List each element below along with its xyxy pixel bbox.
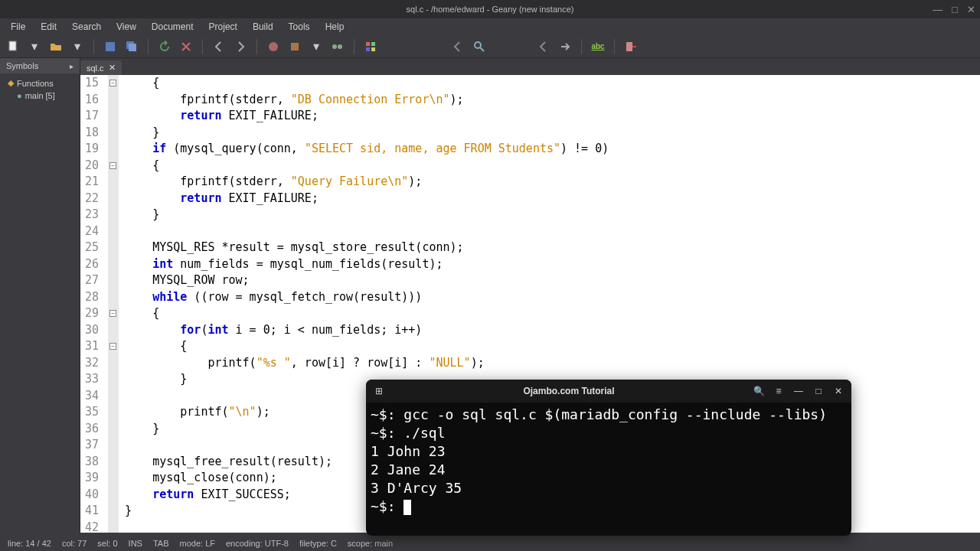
build-icon[interactable] xyxy=(286,38,303,55)
menu-help[interactable]: Help xyxy=(319,20,351,34)
status-mode: mode: LF xyxy=(180,539,215,548)
menubar: FileEditSearchViewDocumentProjectBuildTo… xyxy=(0,18,980,35)
maximize-icon[interactable]: □ xyxy=(952,4,958,15)
svg-rect-1 xyxy=(106,42,115,51)
back-icon[interactable] xyxy=(211,38,227,55)
open-file-icon[interactable] xyxy=(47,38,64,55)
toolbar: ▾ ▾ ▾ abc xyxy=(0,35,980,58)
status-sel: sel: 0 xyxy=(97,539,117,548)
menu-icon[interactable]: ≡ xyxy=(772,384,786,398)
status-line: line: 14 / 42 xyxy=(8,539,51,548)
fold-column[interactable]: −−−− xyxy=(108,75,119,533)
fold-marker[interactable]: − xyxy=(109,80,116,86)
close-icon[interactable]: ✕ xyxy=(967,4,975,15)
terminal-title: Ojambo.com Tutorial xyxy=(392,386,746,396)
run-icon[interactable] xyxy=(329,38,346,55)
svg-point-7 xyxy=(338,44,342,49)
close-file-icon[interactable] xyxy=(178,38,194,55)
menu-view[interactable]: View xyxy=(110,20,142,34)
terminal-header[interactable]: ⊞ Ojambo.com Tutorial 🔍 ≡ — □ ✕ xyxy=(366,380,851,403)
menu-tools[interactable]: Tools xyxy=(283,20,316,34)
svg-point-6 xyxy=(332,44,337,49)
line-number-gutter: 1516171819202122232425262728293031323334… xyxy=(80,75,108,533)
save-icon[interactable] xyxy=(102,38,119,55)
svg-rect-11 xyxy=(371,47,375,51)
statusbar: line: 14 / 42 col: 77 sel: 0 INS TAB mod… xyxy=(0,536,980,551)
sidebar-tab-label: Symbols xyxy=(6,61,38,70)
tree-item-main[interactable]: ● main [5] xyxy=(0,90,80,102)
window-title: sql.c - /home/edward - Geany (new instan… xyxy=(407,5,574,14)
tree-item-functions[interactable]: ◆ Functions xyxy=(0,77,80,90)
goto-icon[interactable] xyxy=(557,38,573,55)
tree-label: Functions xyxy=(17,79,54,88)
svg-rect-0 xyxy=(9,41,16,51)
terminal-window[interactable]: ⊞ Ojambo.com Tutorial 🔍 ≡ — □ ✕ ~$: gcc … xyxy=(366,380,851,536)
function-icon: ● xyxy=(17,91,22,100)
svg-rect-13 xyxy=(626,42,632,51)
svg-rect-9 xyxy=(371,42,375,46)
status-ins: INS xyxy=(129,539,142,548)
status-scope: scope: main xyxy=(348,539,393,548)
dropdown-icon[interactable]: ▾ xyxy=(69,38,86,55)
menu-build[interactable]: Build xyxy=(247,20,279,34)
svg-rect-8 xyxy=(366,42,370,46)
goto-back-icon[interactable] xyxy=(535,38,552,55)
function-group-icon: ◆ xyxy=(8,78,14,88)
minimize-icon[interactable]: — xyxy=(792,384,805,398)
status-filetype: filetype: C xyxy=(299,539,337,548)
window-titlebar: sql.c - /home/edward - Geany (new instan… xyxy=(0,0,980,18)
file-tab-label: sql.c xyxy=(87,64,104,73)
dropdown-icon[interactable]: ▾ xyxy=(308,38,325,55)
search-icon[interactable]: 🔍 xyxy=(752,384,766,398)
status-col: col: 77 xyxy=(62,539,87,548)
maximize-icon[interactable]: □ xyxy=(812,384,825,398)
save-all-icon[interactable] xyxy=(123,38,140,55)
sidebar: Symbols ▸ ◆ Functions ● main [5] xyxy=(0,58,80,533)
tree-label: main [5] xyxy=(25,91,55,100)
close-icon[interactable]: ✕ xyxy=(831,384,845,398)
menu-document[interactable]: Document xyxy=(145,20,200,34)
file-tab[interactable]: sql.c ✕ xyxy=(80,60,122,75)
minimize-icon[interactable]: — xyxy=(933,4,942,15)
svg-rect-10 xyxy=(366,47,370,51)
menu-project[interactable]: Project xyxy=(203,20,243,34)
compile-icon[interactable] xyxy=(265,38,282,55)
menu-search[interactable]: Search xyxy=(66,20,107,34)
svg-rect-5 xyxy=(291,43,299,51)
quit-icon[interactable] xyxy=(622,38,639,55)
tab-strip: sql.c ✕ xyxy=(80,58,980,75)
fold-marker[interactable]: − xyxy=(109,343,116,350)
new-tab-icon[interactable]: ⊞ xyxy=(372,384,386,398)
forward-icon[interactable] xyxy=(232,38,249,55)
sidebar-tab-symbols[interactable]: Symbols ▸ xyxy=(0,58,80,73)
terminal-body[interactable]: ~$: gcc -o sql sql.c $(mariadb_config --… xyxy=(366,403,851,536)
svg-point-4 xyxy=(269,42,278,51)
menu-file[interactable]: File xyxy=(5,20,31,34)
close-tab-icon[interactable]: ✕ xyxy=(109,63,116,73)
fold-marker[interactable]: − xyxy=(109,162,116,169)
find-icon[interactable] xyxy=(471,38,488,55)
status-tab: TAB xyxy=(153,539,169,548)
new-file-icon[interactable] xyxy=(5,38,21,55)
find-back-icon[interactable] xyxy=(449,38,466,55)
reload-icon[interactable] xyxy=(156,38,173,55)
svg-rect-3 xyxy=(129,44,136,51)
svg-point-12 xyxy=(475,42,481,48)
dropdown-icon[interactable]: ▾ xyxy=(26,38,43,55)
spellcheck-icon[interactable]: abc xyxy=(590,38,606,55)
color-chooser-icon[interactable] xyxy=(362,38,379,55)
status-encoding: encoding: UTF-8 xyxy=(226,539,289,548)
menu-edit[interactable]: Edit xyxy=(34,20,63,34)
fold-marker[interactable]: − xyxy=(109,310,116,317)
chevron-right-icon[interactable]: ▸ xyxy=(70,62,74,70)
